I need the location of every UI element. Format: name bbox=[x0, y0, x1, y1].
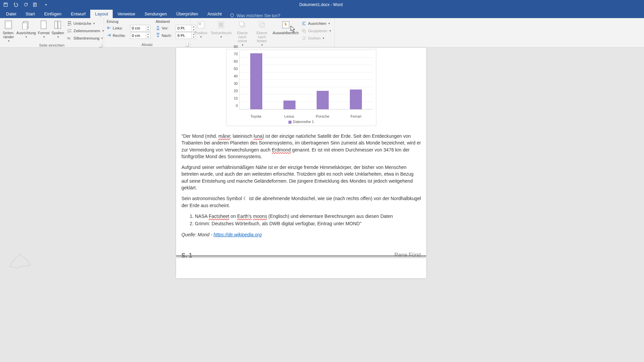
tab-ansicht[interactable]: Ansicht bbox=[203, 10, 227, 18]
svg-rect-8 bbox=[41, 21, 46, 29]
group-paragraph: Einzug Links: ▲▼ Rechts: ▲▼ Abstand Vor: bbox=[104, 18, 191, 47]
tab-einfuegen[interactable]: Einfügen bbox=[40, 10, 66, 18]
spinner-down[interactable]: ▼ bbox=[146, 36, 150, 39]
svg-rect-7 bbox=[22, 23, 27, 29]
repeat-button[interactable] bbox=[22, 1, 30, 8]
indent-right-input[interactable]: ▲▼ bbox=[130, 32, 150, 39]
send-backward-button[interactable]: Ebene nach hinten▾ bbox=[253, 19, 271, 47]
source-line[interactable]: Quelle: Mond - https://de.wikipedia.org bbox=[181, 231, 421, 238]
spacing-after-icon bbox=[156, 33, 160, 38]
chart-bar[interactable] bbox=[350, 89, 362, 109]
legend-swatch-icon bbox=[288, 121, 291, 124]
svg-rect-16 bbox=[219, 23, 223, 26]
hyphenation-button[interactable]: bcSilbentrennung▾ bbox=[66, 35, 105, 42]
watermark-icon bbox=[7, 247, 34, 275]
align-button[interactable]: Ausrichten▾ bbox=[301, 20, 332, 27]
svg-rect-15 bbox=[199, 22, 201, 25]
text-wrap-button[interactable]: Textumbruch▾ bbox=[210, 19, 231, 39]
chart-x-labels: ToyotaLexusPorscheFerrari bbox=[230, 114, 373, 118]
bring-forward-icon bbox=[237, 19, 248, 30]
tab-start[interactable]: Start bbox=[21, 10, 39, 18]
quick-print-button[interactable]: ▾ bbox=[32, 1, 40, 8]
spell-error[interactable]: Earth's bbox=[237, 214, 252, 219]
spell-error[interactable]: Erdmond bbox=[272, 147, 291, 153]
indent-right-icon bbox=[107, 33, 111, 38]
document-workspace[interactable]: 01020304050607080 ToyotaLexusPorscheFerr… bbox=[0, 48, 644, 362]
svg-rect-18 bbox=[239, 22, 244, 26]
tab-ueberpruefen[interactable]: Überprüfen bbox=[172, 10, 203, 18]
spinner-down[interactable]: ▼ bbox=[146, 28, 150, 31]
list-item[interactable]: Grimm: Deutsches Wörterbuch, als DWB dig… bbox=[195, 220, 421, 227]
group-objects-button[interactable]: Gruppieren▾ bbox=[301, 27, 332, 34]
svg-text:bc: bc bbox=[67, 37, 71, 40]
document-page-next[interactable] bbox=[176, 258, 426, 278]
line-numbers-button[interactable]: 12Zeilennummern▾ bbox=[66, 27, 105, 34]
bring-forward-button[interactable]: Ebene nach vorne▾ bbox=[233, 19, 251, 47]
breaks-button[interactable]: Umbrüche▾ bbox=[66, 20, 105, 27]
rotate-button[interactable]: Drehen▾ bbox=[301, 35, 332, 42]
spell-error[interactable]: Factsheet bbox=[209, 214, 229, 219]
chart-legend: Datenreihe 1 bbox=[230, 120, 373, 124]
chart-bar[interactable] bbox=[283, 101, 296, 109]
paragraph-launcher[interactable] bbox=[185, 43, 189, 47]
indent-left-input[interactable]: ▲▼ bbox=[130, 25, 150, 32]
orientation-button[interactable]: Ausrichtung▾ bbox=[16, 19, 36, 39]
spell-error[interactable]: mâne bbox=[218, 133, 230, 139]
reference-list[interactable]: NASA Factsheet on Earth's moons (Englisc… bbox=[195, 213, 421, 227]
document-page[interactable]: 01020304050607080 ToyotaLexusPorscheFerr… bbox=[176, 48, 426, 255]
size-icon bbox=[38, 19, 49, 30]
position-button[interactable]: Position▾ bbox=[193, 19, 208, 39]
spinner-up[interactable]: ▲ bbox=[146, 33, 150, 36]
group-icon bbox=[301, 28, 307, 34]
svg-rect-1 bbox=[5, 3, 6, 4]
columns-icon bbox=[52, 19, 63, 30]
size-button[interactable]: Format▾ bbox=[38, 19, 50, 39]
source-link[interactable]: https://de.wikipedia.org bbox=[214, 232, 262, 237]
chart-y-axis: 01020304050607080 bbox=[230, 51, 238, 110]
indent-left-icon bbox=[107, 25, 111, 31]
columns-button[interactable]: Spalten▾ bbox=[52, 19, 64, 39]
line-numbers-icon: 12 bbox=[67, 28, 72, 34]
save-button[interactable] bbox=[2, 1, 9, 8]
tab-datei[interactable]: Datei bbox=[1, 10, 21, 18]
window-title: Dokument1.docx - Word bbox=[52, 2, 590, 7]
position-icon bbox=[196, 19, 206, 30]
chart-bar[interactable] bbox=[250, 53, 262, 109]
tab-layout[interactable]: Layout bbox=[90, 10, 113, 18]
customize-qat-button[interactable]: ▾ bbox=[42, 1, 50, 8]
embedded-chart[interactable]: 01020304050607080 ToyotaLexusPorscheFerr… bbox=[226, 49, 376, 126]
indent-left-row: Links: ▲▼ bbox=[107, 25, 150, 32]
paragraph-2[interactable]: Aufgrund seiner verhältnismäßigen Nähe i… bbox=[181, 164, 421, 191]
selection-pane-icon bbox=[280, 19, 291, 30]
document-body[interactable]: "Der Mond (mhd. mâne; lateinisch luna) i… bbox=[176, 129, 426, 238]
rotate-icon bbox=[301, 36, 307, 41]
paragraph-3[interactable]: Sein astronomisches Symbol ☾ ist die abn… bbox=[181, 195, 421, 209]
page-setup-launcher[interactable] bbox=[99, 44, 102, 47]
tab-entwurf[interactable]: Entwurf bbox=[66, 10, 90, 18]
spinner-up[interactable]: ▲ bbox=[146, 25, 150, 28]
tell-me-search[interactable]: Was möchten Sie tun? bbox=[226, 13, 283, 18]
group-page-setup: Seiten- ränder▾ Ausrichtung▾ Format▾ Spa… bbox=[0, 18, 104, 47]
tab-verweise[interactable]: Verweise bbox=[113, 10, 140, 18]
group-title-page-setup: Seite einrichten bbox=[3, 43, 101, 48]
svg-rect-10 bbox=[58, 21, 61, 28]
spell-error[interactable]: moons bbox=[253, 214, 267, 219]
title-bar: ▾ ▾ Dokument1.docx - Word bbox=[0, 0, 644, 9]
margins-button[interactable]: Seiten- ränder▾ bbox=[3, 19, 14, 43]
page-break-line bbox=[176, 255, 426, 256]
spell-error[interactable]: luna bbox=[254, 133, 262, 139]
spacing-before-row: Vor: ▲▼ bbox=[156, 25, 196, 32]
tab-sendungen[interactable]: Sendungen bbox=[140, 10, 172, 18]
chart-bar[interactable] bbox=[317, 91, 329, 109]
list-item[interactable]: NASA Factsheet on Earth's moons (Englisc… bbox=[195, 213, 421, 220]
paragraph-1[interactable]: "Der Mond (mhd. mâne; lateinisch luna) i… bbox=[181, 133, 421, 160]
breaks-icon bbox=[67, 21, 72, 26]
ribbon: Seiten- ränder▾ Ausrichtung▾ Format▾ Spa… bbox=[0, 18, 644, 48]
margins-icon bbox=[3, 19, 14, 30]
undo-button[interactable] bbox=[12, 1, 19, 8]
group-arrange: Position▾ Textumbruch▾ Ebene nach vorne▾… bbox=[191, 18, 335, 47]
align-icon bbox=[301, 21, 307, 26]
group-title-paragraph: Absatz bbox=[107, 42, 187, 47]
selection-pane-button[interactable]: Auswahlbereich bbox=[273, 19, 299, 35]
lightbulb-icon bbox=[230, 13, 234, 18]
